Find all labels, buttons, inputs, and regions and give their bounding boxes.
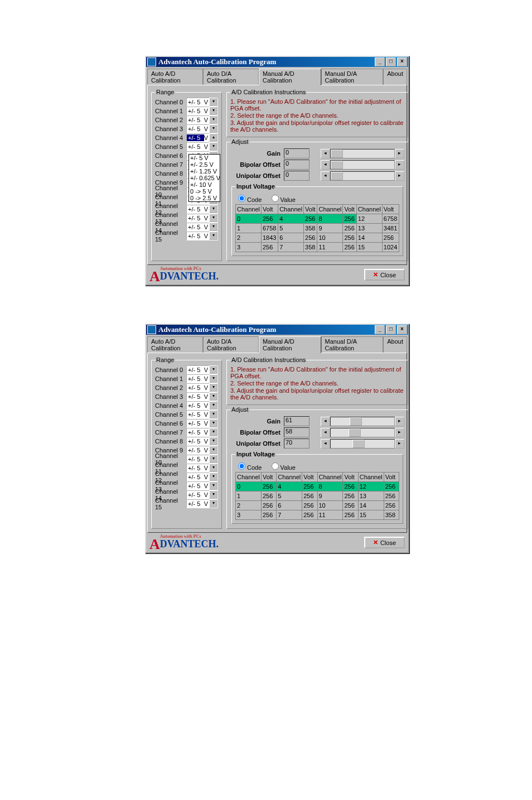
tab-manual-da[interactable]: Manual D/A Calibration (321, 69, 384, 85)
radio-value[interactable]: Value (269, 464, 296, 471)
tab-manual-da[interactable]: Manual D/A Calibration (321, 336, 384, 353)
range-combo-channel-8[interactable]: +/- 5V▾ (186, 437, 218, 446)
adjust-value-unipolar[interactable]: 70 (284, 438, 309, 449)
chevron-down-icon[interactable]: ▾ (209, 481, 217, 490)
adjust-slider-gain[interactable]: ◂▸ (321, 149, 404, 158)
slider-thumb[interactable] (352, 440, 365, 448)
dropdown-option[interactable]: +/- 2.5 V (189, 161, 220, 168)
range-combo-channel-12[interactable]: +/- 5V▾ (186, 473, 218, 481)
arrow-right-icon[interactable]: ▸ (395, 417, 404, 426)
range-combo-channel-2[interactable]: +/- 5V▾ (186, 115, 218, 124)
range-combo-channel-14[interactable]: +/- 5V▾ (186, 223, 218, 232)
arrow-right-icon[interactable]: ▸ (395, 171, 404, 181)
range-combo-channel-9[interactable]: +/- 5V▾ (186, 446, 218, 455)
arrow-right-icon[interactable]: ▸ (395, 439, 404, 449)
maximize-button[interactable]: □ (386, 325, 396, 334)
chevron-down-icon[interactable]: ▾ (209, 124, 217, 133)
adjust-value-gain[interactable]: 0 (284, 148, 309, 158)
slider-thumb[interactable] (349, 428, 361, 437)
tab-about[interactable]: About (383, 69, 407, 85)
adjust-slider-bipolar[interactable]: ◂▸ (321, 428, 404, 437)
dropdown-option[interactable]: +/- 0.625 V (189, 175, 220, 181)
tab-about[interactable]: About (383, 336, 407, 353)
close-button[interactable]: ✕ Close (364, 537, 405, 548)
arrow-right-icon[interactable]: ▸ (395, 428, 404, 437)
slider-track[interactable] (330, 171, 395, 181)
chevron-down-icon[interactable]: ▾ (209, 392, 217, 401)
adjust-slider-unipolar[interactable]: ◂▸ (321, 171, 404, 180)
range-combo-channel-7[interactable]: +/- 5V▾ (186, 428, 218, 437)
chevron-down-icon[interactable]: ▾ (209, 410, 217, 418)
arrow-left-icon[interactable]: ◂ (321, 171, 330, 181)
range-combo-channel-11[interactable]: +/- 5V▾ (186, 464, 218, 473)
close-window-button[interactable]: × (397, 325, 407, 334)
close-button[interactable]: ✕ Close (364, 269, 405, 281)
chevron-down-icon[interactable]: ▾ (209, 473, 217, 481)
range-combo-channel-4[interactable]: +/- 5V▴ (186, 133, 218, 142)
titlebar[interactable]: Advantech Auto-Calibration Program _ □ × (146, 57, 408, 67)
radio-value[interactable]: Value (269, 196, 296, 203)
arrow-left-icon[interactable]: ◂ (321, 439, 330, 449)
range-combo-channel-13[interactable]: +/- 5V▾ (186, 481, 218, 490)
range-combo-channel-1[interactable]: +/- 5V▾ (186, 107, 218, 115)
tab-manual-ad[interactable]: Manual A/D Calibration (259, 336, 321, 353)
dropdown-option[interactable]: 0 -> 2.5 V (189, 195, 220, 201)
range-combo-channel-10[interactable]: +/- 5V▾ (186, 455, 218, 464)
chevron-down-icon[interactable]: ▾ (209, 490, 217, 499)
radio-value-input[interactable] (272, 195, 279, 202)
minimize-button[interactable]: _ (375, 57, 385, 66)
tab-auto-da[interactable]: Auto D/A Calibration (203, 336, 259, 353)
range-combo-channel-3[interactable]: +/- 5V▾ (186, 124, 218, 133)
chevron-down-icon[interactable]: ▾ (209, 205, 217, 213)
radio-code[interactable]: Code (235, 196, 262, 203)
range-combo-channel-15[interactable]: +/- 5V▾ (186, 499, 218, 508)
maximize-button[interactable]: □ (386, 57, 396, 66)
tab-auto-ad[interactable]: Auto A/D Calibration (147, 336, 203, 353)
range-combo-channel-0[interactable]: +/- 5V▾ (186, 98, 218, 107)
chevron-down-icon[interactable]: ▴ (209, 133, 217, 142)
chevron-down-icon[interactable]: ▾ (209, 142, 217, 151)
adjust-slider-bipolar[interactable]: ◂▸ (321, 160, 404, 169)
minimize-button[interactable]: _ (375, 325, 385, 334)
radio-code[interactable]: Code (235, 464, 262, 471)
arrow-right-icon[interactable]: ▸ (395, 160, 404, 170)
range-dropdown-list[interactable]: +/- 5 V+/- 2.5 V+/- 1.25 V+/- 0.625 V+/-… (188, 154, 220, 202)
arrow-right-icon[interactable]: ▸ (395, 149, 404, 158)
range-combo-channel-1[interactable]: +/- 5V▾ (186, 374, 218, 383)
chevron-down-icon[interactable]: ▾ (209, 401, 217, 409)
range-combo-channel-4[interactable]: +/- 5V▾ (186, 401, 218, 410)
range-combo-channel-15[interactable]: +/- 5V▾ (186, 232, 218, 240)
tab-auto-ad[interactable]: Auto A/D Calibration (147, 69, 203, 85)
chevron-down-icon[interactable]: ▾ (209, 214, 217, 222)
chevron-down-icon[interactable]: ▾ (209, 419, 217, 427)
tab-manual-ad[interactable]: Manual A/D Calibration (259, 69, 321, 85)
chevron-down-icon[interactable]: ▾ (209, 383, 217, 392)
dropdown-option[interactable]: +/- 1.25 V (189, 168, 220, 175)
range-combo-channel-5[interactable]: +/- 5V▾ (186, 142, 218, 151)
range-combo-channel-2[interactable]: +/- 5V▾ (186, 383, 218, 392)
range-combo-channel-6[interactable]: +/- 5V▾ (186, 419, 218, 428)
adjust-value-bipolar[interactable]: 0 (284, 160, 309, 170)
chevron-down-icon[interactable]: ▾ (209, 499, 217, 508)
slider-thumb[interactable] (331, 150, 343, 158)
chevron-down-icon[interactable]: ▾ (209, 446, 217, 454)
adjust-value-bipolar[interactable]: 58 (284, 427, 309, 437)
slider-thumb[interactable] (350, 417, 362, 426)
slider-track[interactable] (330, 149, 395, 158)
slider-track[interactable] (330, 439, 395, 449)
range-combo-channel-12[interactable]: +/- 5V▾ (186, 205, 218, 214)
dropdown-option[interactable]: 0 -> 5 V (189, 188, 220, 195)
chevron-down-icon[interactable]: ▾ (209, 223, 217, 231)
close-window-button[interactable]: × (397, 57, 407, 66)
dropdown-option[interactable]: +/- 5 V (189, 155, 220, 161)
arrow-left-icon[interactable]: ◂ (321, 160, 330, 170)
dropdown-option[interactable]: +/- 10 V (189, 181, 220, 188)
chevron-down-icon[interactable]: ▾ (209, 437, 217, 445)
slider-track[interactable] (330, 417, 395, 426)
range-combo-channel-14[interactable]: +/- 5V▾ (186, 490, 218, 499)
radio-code-input[interactable] (238, 195, 245, 202)
range-combo-channel-5[interactable]: +/- 5V▾ (186, 410, 218, 419)
chevron-down-icon[interactable]: ▾ (209, 428, 217, 436)
chevron-down-icon[interactable]: ▾ (209, 365, 217, 374)
range-combo-channel-13[interactable]: +/- 5V▾ (186, 214, 218, 223)
